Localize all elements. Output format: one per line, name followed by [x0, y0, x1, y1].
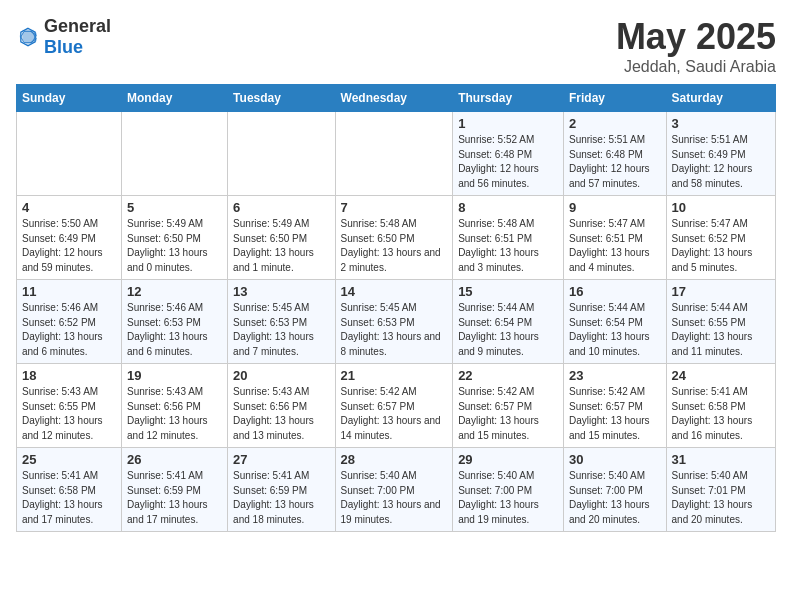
day-cell: 18Sunrise: 5:43 AMSunset: 6:55 PMDayligh… [17, 364, 122, 448]
day-number: 4 [22, 200, 116, 215]
day-detail: Sunrise: 5:50 AMSunset: 6:49 PMDaylight:… [22, 217, 116, 275]
day-cell: 22Sunrise: 5:42 AMSunset: 6:57 PMDayligh… [453, 364, 564, 448]
day-cell [17, 112, 122, 196]
day-number: 9 [569, 200, 661, 215]
day-number: 30 [569, 452, 661, 467]
main-title: May 2025 [616, 16, 776, 58]
day-detail: Sunrise: 5:47 AMSunset: 6:51 PMDaylight:… [569, 217, 661, 275]
day-cell: 28Sunrise: 5:40 AMSunset: 7:00 PMDayligh… [335, 448, 453, 532]
header-tuesday: Tuesday [228, 85, 335, 112]
day-cell: 2Sunrise: 5:51 AMSunset: 6:48 PMDaylight… [563, 112, 666, 196]
day-cell: 12Sunrise: 5:46 AMSunset: 6:53 PMDayligh… [122, 280, 228, 364]
day-number: 28 [341, 452, 448, 467]
day-cell: 31Sunrise: 5:40 AMSunset: 7:01 PMDayligh… [666, 448, 775, 532]
day-cell: 13Sunrise: 5:45 AMSunset: 6:53 PMDayligh… [228, 280, 335, 364]
day-number: 1 [458, 116, 558, 131]
day-detail: Sunrise: 5:42 AMSunset: 6:57 PMDaylight:… [458, 385, 558, 443]
day-number: 24 [672, 368, 770, 383]
day-number: 22 [458, 368, 558, 383]
day-number: 29 [458, 452, 558, 467]
day-cell: 24Sunrise: 5:41 AMSunset: 6:58 PMDayligh… [666, 364, 775, 448]
day-detail: Sunrise: 5:44 AMSunset: 6:55 PMDaylight:… [672, 301, 770, 359]
day-number: 25 [22, 452, 116, 467]
day-cell: 5Sunrise: 5:49 AMSunset: 6:50 PMDaylight… [122, 196, 228, 280]
day-detail: Sunrise: 5:43 AMSunset: 6:55 PMDaylight:… [22, 385, 116, 443]
day-detail: Sunrise: 5:40 AMSunset: 7:00 PMDaylight:… [341, 469, 448, 527]
day-cell: 19Sunrise: 5:43 AMSunset: 6:56 PMDayligh… [122, 364, 228, 448]
header-thursday: Thursday [453, 85, 564, 112]
header-saturday: Saturday [666, 85, 775, 112]
day-number: 7 [341, 200, 448, 215]
day-detail: Sunrise: 5:45 AMSunset: 6:53 PMDaylight:… [341, 301, 448, 359]
day-cell: 6Sunrise: 5:49 AMSunset: 6:50 PMDaylight… [228, 196, 335, 280]
week-row-5: 25Sunrise: 5:41 AMSunset: 6:58 PMDayligh… [17, 448, 776, 532]
week-row-2: 4Sunrise: 5:50 AMSunset: 6:49 PMDaylight… [17, 196, 776, 280]
day-number: 20 [233, 368, 329, 383]
day-cell: 1Sunrise: 5:52 AMSunset: 6:48 PMDaylight… [453, 112, 564, 196]
day-detail: Sunrise: 5:44 AMSunset: 6:54 PMDaylight:… [569, 301, 661, 359]
week-row-3: 11Sunrise: 5:46 AMSunset: 6:52 PMDayligh… [17, 280, 776, 364]
day-cell: 25Sunrise: 5:41 AMSunset: 6:58 PMDayligh… [17, 448, 122, 532]
day-detail: Sunrise: 5:51 AMSunset: 6:48 PMDaylight:… [569, 133, 661, 191]
day-detail: Sunrise: 5:41 AMSunset: 6:58 PMDaylight:… [672, 385, 770, 443]
day-cell: 27Sunrise: 5:41 AMSunset: 6:59 PMDayligh… [228, 448, 335, 532]
day-detail: Sunrise: 5:52 AMSunset: 6:48 PMDaylight:… [458, 133, 558, 191]
day-number: 27 [233, 452, 329, 467]
day-cell: 21Sunrise: 5:42 AMSunset: 6:57 PMDayligh… [335, 364, 453, 448]
day-cell: 15Sunrise: 5:44 AMSunset: 6:54 PMDayligh… [453, 280, 564, 364]
day-number: 5 [127, 200, 222, 215]
day-number: 10 [672, 200, 770, 215]
day-detail: Sunrise: 5:40 AMSunset: 7:01 PMDaylight:… [672, 469, 770, 527]
logo-general: General [44, 16, 111, 36]
day-detail: Sunrise: 5:46 AMSunset: 6:53 PMDaylight:… [127, 301, 222, 359]
day-cell: 23Sunrise: 5:42 AMSunset: 6:57 PMDayligh… [563, 364, 666, 448]
day-cell: 8Sunrise: 5:48 AMSunset: 6:51 PMDaylight… [453, 196, 564, 280]
day-detail: Sunrise: 5:46 AMSunset: 6:52 PMDaylight:… [22, 301, 116, 359]
day-number: 15 [458, 284, 558, 299]
day-cell [335, 112, 453, 196]
day-detail: Sunrise: 5:40 AMSunset: 7:00 PMDaylight:… [458, 469, 558, 527]
day-detail: Sunrise: 5:42 AMSunset: 6:57 PMDaylight:… [341, 385, 448, 443]
day-number: 13 [233, 284, 329, 299]
title-area: May 2025 Jeddah, Saudi Arabia [616, 16, 776, 76]
week-row-1: 1Sunrise: 5:52 AMSunset: 6:48 PMDaylight… [17, 112, 776, 196]
day-number: 2 [569, 116, 661, 131]
day-cell: 30Sunrise: 5:40 AMSunset: 7:00 PMDayligh… [563, 448, 666, 532]
header-friday: Friday [563, 85, 666, 112]
day-number: 17 [672, 284, 770, 299]
calendar-table: SundayMondayTuesdayWednesdayThursdayFrid… [16, 84, 776, 532]
day-detail: Sunrise: 5:45 AMSunset: 6:53 PMDaylight:… [233, 301, 329, 359]
day-cell [122, 112, 228, 196]
day-cell: 26Sunrise: 5:41 AMSunset: 6:59 PMDayligh… [122, 448, 228, 532]
day-detail: Sunrise: 5:47 AMSunset: 6:52 PMDaylight:… [672, 217, 770, 275]
logo-icon [16, 25, 40, 49]
day-cell: 29Sunrise: 5:40 AMSunset: 7:00 PMDayligh… [453, 448, 564, 532]
day-number: 12 [127, 284, 222, 299]
day-number: 26 [127, 452, 222, 467]
day-cell: 4Sunrise: 5:50 AMSunset: 6:49 PMDaylight… [17, 196, 122, 280]
day-detail: Sunrise: 5:48 AMSunset: 6:51 PMDaylight:… [458, 217, 558, 275]
day-number: 21 [341, 368, 448, 383]
logo: General Blue [16, 16, 111, 58]
day-number: 14 [341, 284, 448, 299]
day-detail: Sunrise: 5:43 AMSunset: 6:56 PMDaylight:… [233, 385, 329, 443]
day-detail: Sunrise: 5:48 AMSunset: 6:50 PMDaylight:… [341, 217, 448, 275]
day-detail: Sunrise: 5:40 AMSunset: 7:00 PMDaylight:… [569, 469, 661, 527]
day-number: 8 [458, 200, 558, 215]
day-cell: 7Sunrise: 5:48 AMSunset: 6:50 PMDaylight… [335, 196, 453, 280]
day-cell: 16Sunrise: 5:44 AMSunset: 6:54 PMDayligh… [563, 280, 666, 364]
day-number: 18 [22, 368, 116, 383]
day-detail: Sunrise: 5:41 AMSunset: 6:58 PMDaylight:… [22, 469, 116, 527]
logo-blue: Blue [44, 37, 83, 57]
week-row-4: 18Sunrise: 5:43 AMSunset: 6:55 PMDayligh… [17, 364, 776, 448]
day-number: 6 [233, 200, 329, 215]
day-detail: Sunrise: 5:49 AMSunset: 6:50 PMDaylight:… [127, 217, 222, 275]
day-cell: 11Sunrise: 5:46 AMSunset: 6:52 PMDayligh… [17, 280, 122, 364]
day-cell: 17Sunrise: 5:44 AMSunset: 6:55 PMDayligh… [666, 280, 775, 364]
day-detail: Sunrise: 5:41 AMSunset: 6:59 PMDaylight:… [233, 469, 329, 527]
header: General Blue May 2025 Jeddah, Saudi Arab… [16, 16, 776, 76]
header-row: SundayMondayTuesdayWednesdayThursdayFrid… [17, 85, 776, 112]
day-number: 11 [22, 284, 116, 299]
day-cell: 9Sunrise: 5:47 AMSunset: 6:51 PMDaylight… [563, 196, 666, 280]
day-number: 19 [127, 368, 222, 383]
